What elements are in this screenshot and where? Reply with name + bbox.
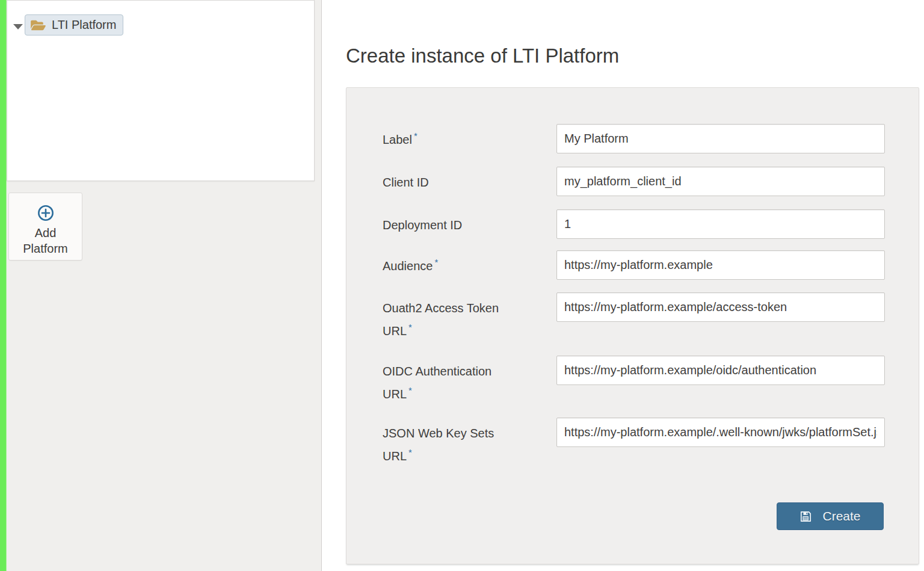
page-title: Create instance of LTI Platform <box>346 45 619 67</box>
sidebar: LTI Platform Add Platform <box>7 0 322 571</box>
field-label: Client ID <box>383 171 515 194</box>
field-label: Label* <box>383 128 515 151</box>
add-platform-button[interactable]: Add Platform <box>8 193 82 261</box>
oauth2-access-token-url-input[interactable] <box>556 292 885 322</box>
field-label: Audience* <box>383 255 515 277</box>
oidc-authentication-url-input[interactable] <box>556 356 885 385</box>
app-window: LTI Platform Add Platform Create instanc… <box>0 0 924 571</box>
save-floppy-icon <box>799 510 812 523</box>
field-label: Deployment ID <box>383 214 515 236</box>
caret-down-icon[interactable] <box>13 24 23 29</box>
client-id-input[interactable] <box>556 167 885 196</box>
tree-node-lti-platform[interactable]: LTI Platform <box>25 14 123 35</box>
label-input[interactable] <box>556 124 885 153</box>
create-button[interactable]: Create <box>777 502 884 530</box>
required-asterisk: * <box>408 385 412 395</box>
field-label: JSON Web Key Sets URL* <box>383 422 515 468</box>
accent-bar <box>0 0 7 571</box>
add-platform-label: Add Platform <box>23 225 67 256</box>
field-label: OIDC Authentication URL* <box>383 360 515 406</box>
jwks-url-input[interactable] <box>556 418 885 447</box>
required-asterisk: * <box>408 447 412 457</box>
audience-input[interactable] <box>556 250 885 280</box>
create-button-label: Create <box>822 509 860 523</box>
tree-node-label: LTI Platform <box>52 18 116 32</box>
main-content: Create instance of LTI Platform Label* C… <box>322 0 924 571</box>
field-label: Ouath2 Access Token URL* <box>383 297 515 342</box>
required-asterisk: * <box>434 257 438 267</box>
create-platform-form: Label* Client ID Deployment ID Audience*… <box>346 87 919 564</box>
plus-circle-icon <box>37 193 54 221</box>
required-asterisk: * <box>408 322 412 332</box>
deployment-id-input[interactable] <box>556 209 885 239</box>
required-asterisk: * <box>414 131 417 141</box>
platform-tree-panel: LTI Platform <box>7 0 315 181</box>
folder-open-icon <box>30 19 46 32</box>
